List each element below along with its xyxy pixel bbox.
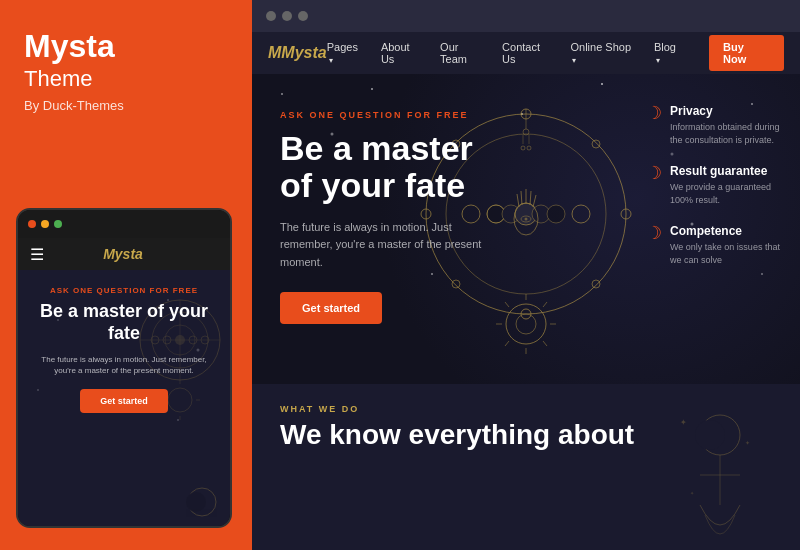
hero-left-content: ASK ONE QUESTION FOR FREE Be a master of… — [252, 74, 630, 384]
brand-author: By Duck-Themes — [24, 98, 224, 113]
svg-point-22 — [186, 492, 206, 512]
svg-text:✦: ✦ — [680, 418, 687, 427]
nav-item-shop[interactable]: Online Shop ▾ — [570, 41, 640, 65]
nav-item-about[interactable]: About Us — [381, 41, 426, 65]
dot-red — [28, 220, 36, 228]
hero-features: ☽ Privacy Information obtained during th… — [630, 74, 800, 384]
nav-item-blog[interactable]: Blog ▾ — [654, 41, 685, 65]
left-panel: Mysta Theme By Duck-Themes ☰ Mysta — [0, 0, 248, 550]
mobile-logo: Mysta — [103, 246, 143, 262]
mobile-hero: ASK ONE QUESTION FOR FREE Be a master of… — [18, 270, 230, 528]
feature-privacy-desc: Information obtained during the consulta… — [670, 121, 784, 146]
feature-guarantee-title: Result guarantee — [670, 164, 784, 178]
nav-item-contact[interactable]: Contact Us — [502, 41, 556, 65]
hero-desc: The future is always in motion. Just rem… — [280, 219, 500, 272]
browser-dot-2 — [282, 11, 292, 21]
feature-competence-title: Competence — [670, 224, 784, 238]
nav-item-pages[interactable]: Pages ▾ — [327, 41, 367, 65]
moon-icon-1: ☽ — [646, 104, 662, 146]
mobile-top-bar — [18, 210, 230, 238]
moon-deco-mobile — [182, 482, 222, 522]
moon-icon-2: ☽ — [646, 164, 662, 206]
feature-privacy-title: Privacy — [670, 104, 784, 118]
hamburger-icon[interactable]: ☰ — [30, 245, 44, 264]
bottom-section: WHAT WE DO We know everything about ✦ ✦ … — [252, 384, 800, 550]
dot-yellow — [41, 220, 49, 228]
dot-green — [54, 220, 62, 228]
browser-dot-3 — [298, 11, 308, 21]
browser-dot-1 — [266, 11, 276, 21]
browser-top-bar — [252, 0, 800, 32]
feature-competence-desc: We only take on issues that we can solve — [670, 241, 784, 266]
mobile-hero-desc: The future is always in motion. Just rem… — [32, 354, 216, 376]
mobile-cta-button[interactable]: Get started — [80, 389, 168, 413]
site-logo: MMysta — [268, 44, 327, 62]
brand-title: Mysta — [24, 28, 115, 64]
feature-guarantee-desc: We provide a guaranteed 100% result. — [670, 181, 784, 206]
browser-mockup: MMysta Pages ▾ About Us Our Team Contact… — [252, 0, 800, 550]
site-nav: MMysta Pages ▾ About Us Our Team Contact… — [252, 32, 800, 74]
hero-title: Be a master of your fate — [280, 130, 602, 205]
hero-ask-label: ASK ONE QUESTION FOR FREE — [280, 110, 602, 120]
mobile-ask-label: ASK ONE QUESTION FOR FREE — [32, 286, 216, 295]
hero-section: ASK ONE QUESTION FOR FREE Be a master of… — [252, 74, 800, 384]
svg-text:✦: ✦ — [690, 490, 694, 496]
mystical-figure-bottom: ✦ ✦ ✦ — [670, 405, 770, 550]
feature-competence: ☽ Competence We only take on issues that… — [646, 224, 784, 266]
mobile-hero-title: Be a master of your fate — [32, 301, 216, 344]
feature-guarantee: ☽ Result guarantee We provide a guarante… — [646, 164, 784, 206]
mobile-mockup: ☰ Mysta — [16, 208, 232, 528]
mobile-nav: ☰ Mysta — [18, 238, 230, 270]
buy-now-button[interactable]: Buy Now — [709, 35, 784, 71]
nav-item-team[interactable]: Our Team — [440, 41, 488, 65]
nav-items: Pages ▾ About Us Our Team Contact Us Onl… — [327, 35, 784, 71]
hero-cta-button[interactable]: Get started — [280, 292, 382, 324]
svg-point-78 — [695, 420, 725, 450]
moon-icon-3: ☽ — [646, 224, 662, 266]
brand-subtitle: Theme — [24, 66, 224, 92]
feature-privacy: ☽ Privacy Information obtained during th… — [646, 104, 784, 146]
svg-text:✦: ✦ — [745, 440, 750, 446]
